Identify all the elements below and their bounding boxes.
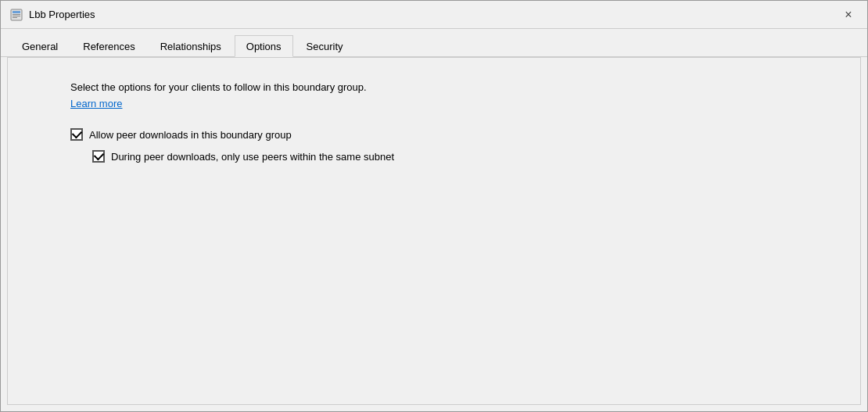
tab-options[interactable]: Options [235, 35, 293, 57]
checkbox-same-subnet-visual [92, 150, 105, 163]
svg-rect-3 [13, 16, 20, 16]
checkbox-group: Allow peer downloads in this boundary gr… [70, 128, 798, 163]
window-icon [10, 9, 23, 21]
window-title: Lbb Properties [29, 9, 95, 20]
checkbox-allow-peer-downloads-label: Allow peer downloads in this boundary gr… [89, 129, 292, 141]
checkbox-same-subnet[interactable]: During peer downloads, only use peers wi… [92, 150, 798, 163]
checkbox-allow-peer-downloads[interactable]: Allow peer downloads in this boundary gr… [70, 128, 798, 141]
checkbox-same-subnet-label: During peer downloads, only use peers wi… [111, 151, 394, 163]
svg-rect-1 [13, 11, 20, 13]
tab-security[interactable]: Security [295, 35, 355, 57]
description-text: Select the options for your clients to f… [70, 81, 798, 93]
svg-rect-2 [13, 14, 20, 15]
svg-rect-4 [13, 17, 17, 18]
tab-general[interactable]: General [10, 35, 70, 57]
tab-references[interactable]: References [71, 35, 146, 57]
learn-more-link[interactable]: Learn more [70, 98, 122, 109]
tab-relationships[interactable]: Relationships [149, 35, 233, 57]
title-bar: Lbb Properties × [1, 1, 867, 29]
tabs-bar: General References Relationships Options… [1, 29, 867, 57]
checkbox-allow-peer-downloads-visual [70, 128, 83, 141]
close-button[interactable]: × [839, 5, 858, 24]
content-area: Select the options for your clients to f… [7, 57, 861, 405]
title-bar-left: Lbb Properties [10, 9, 95, 21]
properties-window: Lbb Properties × General References Rela… [0, 0, 868, 412]
